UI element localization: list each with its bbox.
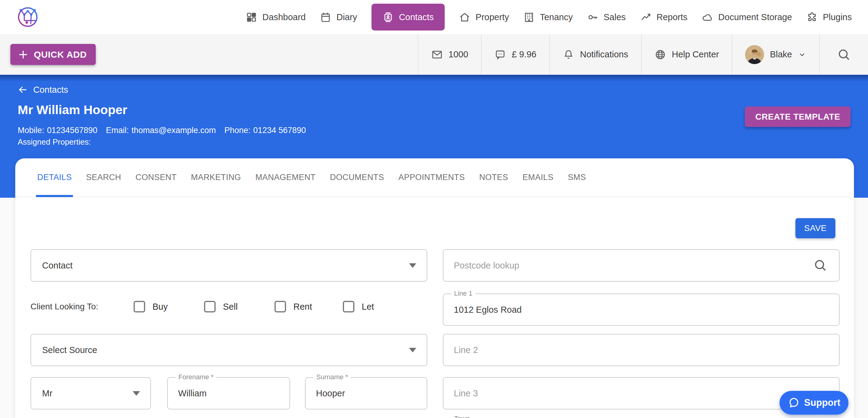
tab-sms[interactable]: SMS xyxy=(568,158,586,197)
checkbox-rent[interactable]: Rent xyxy=(275,301,312,312)
contact-type-select[interactable]: Contact xyxy=(31,249,427,281)
support-label: Support xyxy=(804,397,841,408)
checkbox-let[interactable]: Let xyxy=(343,301,374,312)
notifications-label: Notifications xyxy=(580,50,628,59)
forename-label: Forename * xyxy=(176,373,216,381)
dropdown-arrow-icon xyxy=(409,263,416,268)
nav-item-sales[interactable]: Sales xyxy=(587,11,626,23)
cloud-icon xyxy=(702,11,713,23)
email-credits[interactable]: 1000 xyxy=(418,34,481,75)
support-button[interactable]: Support xyxy=(780,391,848,415)
contact-email: Email: thomas@example.com xyxy=(106,126,216,135)
calendar-icon xyxy=(320,11,331,23)
sms-balance-value: £ 9.96 xyxy=(512,50,536,59)
nav-label: Diary xyxy=(336,12,357,22)
tab-notes[interactable]: NOTES xyxy=(479,158,508,197)
rent-checkbox-input[interactable] xyxy=(275,301,286,312)
checkbox-buy[interactable]: Buy xyxy=(133,301,168,312)
nav-item-property[interactable]: Property xyxy=(459,11,509,23)
line1-label: Line 1 xyxy=(452,290,475,297)
buy-label: Buy xyxy=(153,302,168,312)
tab-documents[interactable]: DOCUMENTS xyxy=(330,158,384,197)
back-label: Contacts xyxy=(33,85,68,95)
contact-phone: Phone: 01234 567890 xyxy=(224,126,306,135)
phone-value: 01234 567890 xyxy=(253,126,306,135)
tab-consent[interactable]: CONSENT xyxy=(135,158,177,197)
assigned-properties-label: Assigned Properties: xyxy=(18,137,91,147)
postcode-search-icon[interactable] xyxy=(813,258,828,272)
global-search-button[interactable] xyxy=(819,34,868,75)
back-to-contacts-link[interactable]: Contacts xyxy=(18,85,68,95)
help-center-label: Help Center xyxy=(672,50,719,59)
sms-balance[interactable]: £ 9.96 xyxy=(481,34,549,75)
nav-label: Dashboard xyxy=(262,12,306,22)
let-label: Let xyxy=(362,302,374,312)
tab-details[interactable]: DETAILS xyxy=(37,158,72,197)
nav-item-diary[interactable]: Diary xyxy=(320,11,357,23)
buy-checkbox-input[interactable] xyxy=(133,301,145,312)
nav-item-contacts[interactable]: Contacts xyxy=(371,4,445,31)
surname-input[interactable] xyxy=(305,377,427,410)
title-select[interactable]: Mr xyxy=(31,377,151,410)
key-icon xyxy=(587,11,598,23)
tab-appointments[interactable]: APPOINTMENTS xyxy=(398,158,465,197)
sell-label: Sell xyxy=(223,302,238,312)
create-template-button[interactable]: CREATE TEMPLATE xyxy=(745,107,850,127)
tab-emails[interactable]: EMAILS xyxy=(522,158,553,197)
checkbox-sell[interactable]: Sell xyxy=(204,301,238,312)
nav-label: Contacts xyxy=(399,12,434,22)
contact-name: Mr William Hooper xyxy=(18,103,127,117)
back-arrow-icon xyxy=(18,85,28,95)
sell-checkbox-input[interactable] xyxy=(204,301,216,312)
user-menu[interactable]: Blake xyxy=(732,34,819,75)
toolbar: QUICK ADD 1000 £ 9.96 Notifications xyxy=(0,34,868,75)
tab-marketing[interactable]: MARKETING xyxy=(191,158,241,197)
trending-up-icon xyxy=(640,11,651,23)
chat-bubble-icon xyxy=(494,49,506,60)
nav-item-tenancy[interactable]: Tenancy xyxy=(523,11,573,23)
nav-label: Document Storage xyxy=(718,12,792,22)
chevron-down-icon xyxy=(798,50,806,59)
email-value: thomas@example.com xyxy=(131,126,216,135)
main-nav: Dashboard Diary Contacts Property xyxy=(246,4,852,31)
nav-label: Tenancy xyxy=(540,12,573,22)
rent-label: Rent xyxy=(293,302,312,312)
let-checkbox-input[interactable] xyxy=(343,301,354,312)
nav-label: Property xyxy=(475,12,509,22)
email-count: 1000 xyxy=(448,50,468,59)
town-label: Town xyxy=(452,415,472,418)
dropdown-arrow-icon xyxy=(133,391,140,396)
plus-icon xyxy=(17,49,29,61)
title-value: Mr xyxy=(42,388,53,398)
nav-label: Plugins xyxy=(823,12,852,22)
tab-management[interactable]: MANAGEMENT xyxy=(255,158,316,197)
toolbar-right: 1000 £ 9.96 Notifications Help Center xyxy=(418,34,868,75)
tab-search[interactable]: SEARCH xyxy=(86,158,121,197)
nav-item-reports[interactable]: Reports xyxy=(640,11,688,23)
phone-label: Phone: xyxy=(224,126,251,135)
home-icon xyxy=(459,11,470,23)
quick-add-button[interactable]: QUICK ADD xyxy=(10,44,96,65)
quick-add-label: QUICK ADD xyxy=(34,50,87,60)
puzzle-icon xyxy=(806,11,818,23)
top-navigation-bar: Dashboard Diary Contacts Property xyxy=(0,0,868,34)
contact-type-value: Contact xyxy=(42,261,72,271)
nav-item-plugins[interactable]: Plugins xyxy=(806,11,852,23)
postcode-lookup-input[interactable] xyxy=(443,249,840,281)
help-center-button[interactable]: Help Center xyxy=(641,34,732,75)
user-name: Blake xyxy=(770,50,792,59)
address-line2-input[interactable] xyxy=(443,334,840,366)
save-button[interactable]: SAVE xyxy=(796,218,835,238)
client-looking-to-label: Client Looking To: xyxy=(31,302,98,311)
nav-item-dashboard[interactable]: Dashboard xyxy=(246,11,306,23)
dashboard-grid-icon xyxy=(246,11,257,23)
notifications-button[interactable]: Notifications xyxy=(549,34,641,75)
source-select[interactable]: Select Source xyxy=(31,334,427,366)
support-chat-icon xyxy=(788,397,800,409)
forename-input[interactable] xyxy=(167,377,290,410)
address-line1-input[interactable] xyxy=(443,294,840,326)
nav-item-document-storage[interactable]: Document Storage xyxy=(702,11,792,23)
building-icon xyxy=(523,11,535,23)
mobile-value: 01234567890 xyxy=(47,126,97,135)
user-avatar xyxy=(745,45,764,64)
